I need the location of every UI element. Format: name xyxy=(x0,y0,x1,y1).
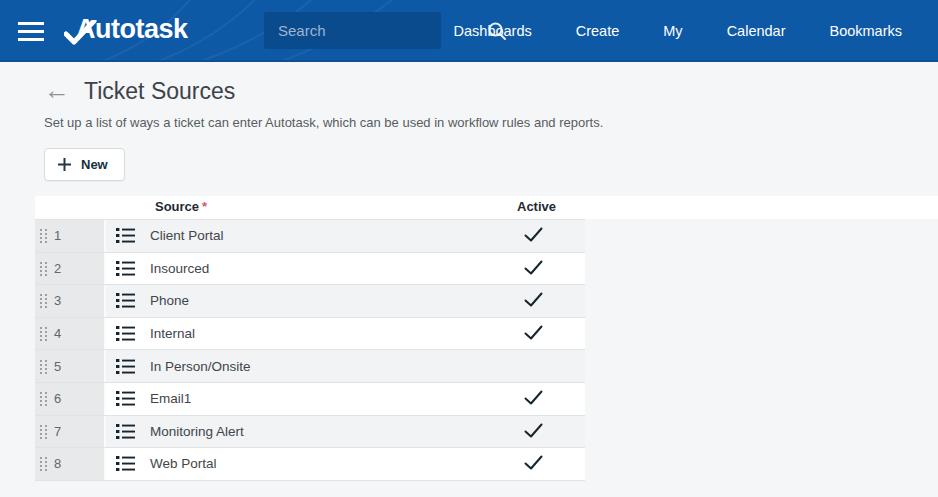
drag-handle-icon[interactable] xyxy=(39,359,51,374)
nav-item-create[interactable]: Create xyxy=(576,23,620,39)
row-menu-list-icon[interactable] xyxy=(116,325,135,342)
table-row[interactable]: 8 Web Portal xyxy=(35,448,585,481)
row-number-cell: 4 xyxy=(35,318,106,350)
row-number: 5 xyxy=(54,359,61,374)
active-check-icon xyxy=(524,455,544,470)
menu-icon[interactable] xyxy=(18,22,44,41)
row-number: 1 xyxy=(54,228,61,243)
drag-handle-icon[interactable] xyxy=(39,261,51,276)
row-menu-list-icon[interactable] xyxy=(116,292,135,309)
active-check-icon xyxy=(524,227,544,242)
row-number-cell: 5 xyxy=(35,350,106,382)
source-name: In Person/Onsite xyxy=(150,359,251,374)
nav-links: Dashboards Create My Calendar Bookmarks xyxy=(454,0,938,62)
ticket-sources-table: Source* Active 1 Client Portal xyxy=(35,196,938,481)
row-number: 7 xyxy=(54,424,61,439)
row-number-cell: 2 xyxy=(35,253,106,285)
row-number-cell: 1 xyxy=(35,220,106,252)
column-header-active: Active xyxy=(517,199,556,214)
row-number: 3 xyxy=(54,293,61,308)
page-title: Ticket Sources xyxy=(84,78,235,105)
new-button-label: New xyxy=(81,157,108,172)
drag-handle-icon[interactable] xyxy=(39,424,51,439)
drag-handle-icon[interactable] xyxy=(39,293,51,308)
nav-item-bookmarks[interactable]: Bookmarks xyxy=(829,23,902,39)
table-row[interactable]: 3 Phone xyxy=(35,285,585,318)
table-row[interactable]: 2 Insourced xyxy=(35,253,585,286)
row-number: 4 xyxy=(54,326,61,341)
source-name: Internal xyxy=(150,326,195,341)
row-menu-list-icon[interactable] xyxy=(116,227,135,244)
row-number: 2 xyxy=(54,261,61,276)
top-navbar: Autotask Dashboards Create My Calendar B… xyxy=(0,0,938,62)
row-number-cell: 7 xyxy=(35,416,106,448)
row-number: 6 xyxy=(54,391,61,406)
page-header: ← Ticket Sources Set up a list of ways a… xyxy=(0,62,938,130)
search-box xyxy=(264,12,441,49)
row-content-cell: Internal xyxy=(106,318,585,350)
row-content-cell: Phone xyxy=(106,285,585,317)
column-header-source: Source* xyxy=(155,199,207,214)
nav-item-calendar[interactable]: Calendar xyxy=(727,23,786,39)
page-subtitle: Set up a list of ways a ticket can enter… xyxy=(44,115,938,130)
source-name: Client Portal xyxy=(150,228,224,243)
row-number-cell: 8 xyxy=(35,448,106,480)
logo-check-swoosh xyxy=(64,20,98,50)
row-content-cell: Client Portal xyxy=(106,220,585,252)
table-body: 1 Client Portal 2 xyxy=(35,219,585,481)
row-menu-list-icon[interactable] xyxy=(116,423,135,440)
drag-handle-icon[interactable] xyxy=(39,326,51,341)
source-name: Insourced xyxy=(150,261,209,276)
row-content-cell: Monitoring Alert xyxy=(106,416,585,448)
active-check-icon xyxy=(524,260,544,275)
row-menu-list-icon[interactable] xyxy=(116,260,135,277)
active-check-icon xyxy=(524,390,544,405)
table-header: Source* Active xyxy=(35,196,938,219)
table-row[interactable]: 5 In Person/Onsite xyxy=(35,350,585,383)
row-content-cell: Insourced xyxy=(106,253,585,285)
table-row[interactable]: 1 Client Portal xyxy=(35,220,585,253)
table-row[interactable]: 6 Email1 xyxy=(35,383,585,416)
nav-item-my[interactable]: My xyxy=(663,23,682,39)
row-content-cell: In Person/Onsite xyxy=(106,350,585,382)
new-button[interactable]: New xyxy=(44,148,125,181)
row-number-cell: 3 xyxy=(35,285,106,317)
row-menu-list-icon[interactable] xyxy=(116,455,135,472)
drag-handle-icon[interactable] xyxy=(39,228,51,243)
required-asterisk: * xyxy=(202,199,207,214)
drag-handle-icon[interactable] xyxy=(39,391,51,406)
row-content-cell: Email1 xyxy=(106,383,585,415)
autotask-logo: Autotask xyxy=(62,14,188,45)
plus-icon xyxy=(57,157,72,172)
source-name: Phone xyxy=(150,293,189,308)
row-number-cell: 6 xyxy=(35,383,106,415)
back-arrow-icon[interactable]: ← xyxy=(44,77,70,103)
row-number: 8 xyxy=(54,456,61,471)
active-check-icon xyxy=(524,292,544,307)
drag-handle-icon[interactable] xyxy=(39,456,51,471)
row-menu-list-icon[interactable] xyxy=(116,358,135,375)
nav-item-dashboards[interactable]: Dashboards xyxy=(454,23,532,39)
row-content-cell: Web Portal xyxy=(106,448,585,480)
row-menu-list-icon[interactable] xyxy=(116,390,135,407)
active-check-icon xyxy=(524,325,544,340)
source-name: Email1 xyxy=(150,391,191,406)
source-name: Web Portal xyxy=(150,456,217,471)
source-name: Monitoring Alert xyxy=(150,424,244,439)
active-check-icon xyxy=(524,423,544,438)
table-row[interactable]: 7 Monitoring Alert xyxy=(35,416,585,449)
table-row[interactable]: 4 Internal xyxy=(35,318,585,351)
